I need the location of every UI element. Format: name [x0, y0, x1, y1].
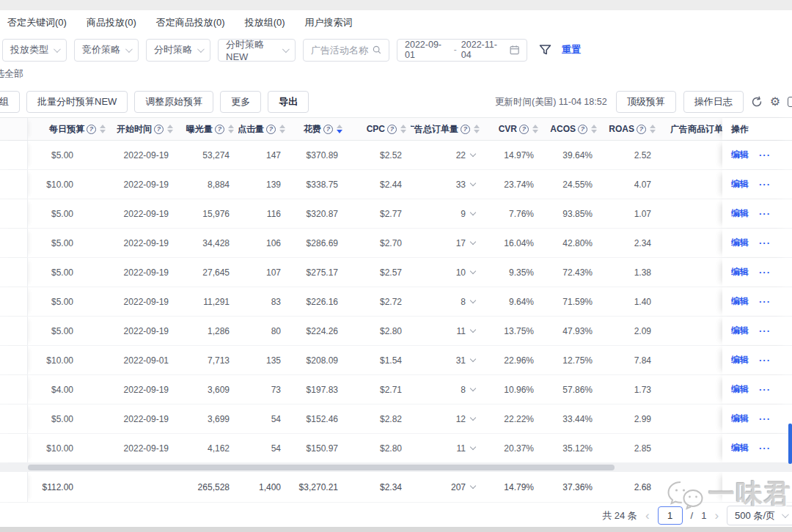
sort-control[interactable] — [279, 125, 285, 133]
campaign-name-search[interactable] — [303, 39, 389, 62]
edit-link[interactable]: 编辑 — [731, 325, 749, 337]
cell-spend: $208.09 — [290, 346, 347, 374]
cell-roas: 2.52 — [601, 141, 660, 169]
orders-expand-icon[interactable] — [470, 268, 476, 274]
sort-control[interactable] — [650, 125, 656, 133]
orders-expand-icon[interactable] — [470, 483, 476, 489]
edit-link[interactable]: 编辑 — [731, 149, 749, 161]
dayparting-strategy-select[interactable]: 分时策略 — [146, 39, 210, 62]
date-start[interactable]: 2022-09-01 — [405, 40, 450, 60]
orders-expand-icon[interactable] — [470, 298, 476, 303]
orders-expand-icon[interactable] — [470, 415, 476, 421]
help-icon[interactable]: ? — [637, 125, 646, 134]
update-time-label: 更新时间(美国) 11-04 18:52 — [495, 96, 607, 108]
edit-link[interactable]: 编辑 — [731, 354, 749, 366]
targeting-type-select[interactable]: 投放类型 — [2, 39, 67, 62]
more-actions-icon[interactable]: ··· — [759, 267, 771, 278]
orders-expand-icon[interactable] — [470, 356, 476, 362]
operation-log-button[interactable]: 操作日志 — [683, 91, 744, 113]
page-size-select[interactable]: 500 条/页 — [727, 506, 792, 525]
sort-control[interactable] — [400, 125, 406, 133]
row-left-stub — [0, 404, 28, 433]
tab-targeting-group[interactable]: 投放组(0) — [245, 16, 285, 29]
more-button[interactable]: 更多 — [220, 91, 261, 113]
more-actions-icon[interactable]: ··· — [759, 237, 771, 248]
cell-spend: $150.97 — [290, 434, 347, 462]
help-icon[interactable]: ? — [387, 125, 397, 134]
table-row: $10.002022-09-017,713135$208.09$1.543122… — [0, 346, 792, 375]
more-actions-icon[interactable]: ··· — [759, 413, 771, 424]
orders-expand-icon[interactable] — [470, 210, 476, 215]
sort-control-active-desc[interactable] — [337, 125, 342, 133]
edit-link[interactable]: 编辑 — [731, 207, 749, 220]
gear-icon[interactable]: ⚙ — [770, 96, 780, 108]
edit-link[interactable]: 编辑 — [731, 178, 749, 191]
more-actions-icon[interactable]: ··· — [759, 325, 771, 336]
cell-clicks: 147 — [238, 141, 290, 169]
sort-control[interactable] — [591, 125, 597, 133]
edit-link[interactable]: 编辑 — [731, 295, 749, 308]
tab-product-targeting[interactable]: 商品投放(0) — [87, 16, 136, 29]
help-icon[interactable]: ? — [87, 125, 96, 134]
help-icon[interactable]: ? — [578, 125, 587, 134]
page-number-input[interactable] — [658, 506, 683, 525]
fullscreen-icon[interactable] — [788, 97, 792, 107]
date-range-picker[interactable]: 2022-09-01 - 2022-11-04 — [397, 39, 527, 62]
tab-negative-keywords[interactable]: 否定关键词(0) — [7, 16, 67, 29]
date-end[interactable]: 2022-11-04 — [461, 40, 505, 60]
summary-roas: 2.68 — [601, 472, 660, 502]
adjust-original-budget-button[interactable]: 调整原始预算 — [134, 91, 213, 113]
horizontal-scrollbar-thumb[interactable] — [28, 465, 615, 470]
dayparting-strategy-new-select[interactable]: 分时策略NEW — [218, 39, 296, 62]
help-icon[interactable]: ? — [461, 125, 470, 134]
sort-control[interactable] — [100, 125, 106, 133]
more-actions-icon[interactable]: ··· — [759, 208, 771, 219]
reset-filters-button[interactable]: 重置 — [562, 43, 581, 56]
sort-control[interactable] — [228, 125, 234, 133]
edit-link[interactable]: 编辑 — [731, 237, 749, 249]
bidding-strategy-select[interactable]: 竞价策略 — [74, 39, 139, 62]
orders-expand-icon[interactable] — [470, 385, 476, 391]
total-count-label: 共 24 条 — [602, 509, 637, 522]
help-icon[interactable]: ? — [215, 125, 224, 134]
tab-negative-product-targeting[interactable]: 否定商品投放(0) — [156, 16, 225, 29]
cell-roas: 1.40 — [601, 287, 660, 316]
edit-link[interactable]: 编辑 — [731, 266, 749, 278]
top-budget-button[interactable]: 顶级预算 — [616, 91, 676, 113]
orders-expand-icon[interactable] — [470, 151, 476, 157]
more-actions-icon[interactable]: ··· — [759, 355, 771, 366]
advanced-filter-button[interactable] — [539, 44, 551, 56]
sort-control[interactable] — [474, 125, 480, 133]
refresh-icon[interactable] — [751, 96, 763, 108]
campaign-name-input[interactable] — [311, 45, 373, 56]
next-page-icon[interactable]: › — [714, 509, 719, 522]
help-icon[interactable]: ? — [519, 125, 529, 134]
more-actions-icon[interactable]: ··· — [759, 179, 771, 190]
orders-expand-icon[interactable] — [470, 180, 476, 186]
help-icon[interactable]: ? — [266, 125, 276, 134]
batch-dayparting-budget-button[interactable]: 批量分时预算NEW — [26, 91, 128, 113]
cell-acos: 57.86% — [543, 375, 601, 404]
help-icon[interactable]: ? — [154, 125, 164, 134]
more-actions-icon[interactable]: ··· — [759, 384, 771, 395]
select-all-label[interactable]: 选全部 — [0, 67, 34, 81]
orders-expand-icon[interactable] — [470, 327, 476, 333]
more-actions-icon[interactable]: ··· — [759, 296, 771, 307]
orders-expand-icon[interactable] — [470, 444, 476, 450]
more-actions-icon[interactable]: ··· — [759, 149, 771, 160]
prev-page-icon[interactable]: ‹ — [645, 509, 650, 522]
export-button[interactable]: 导出 — [268, 91, 309, 113]
more-actions-icon[interactable]: ··· — [759, 443, 771, 454]
edit-link[interactable]: 编辑 — [731, 383, 749, 396]
tab-user-search-terms[interactable]: 用户搜索词 — [305, 16, 353, 29]
table-row: $5.002022-09-1911,29183$226.16$2.7289.64… — [0, 287, 792, 317]
edit-link[interactable]: 编辑 — [731, 442, 749, 454]
edit-link[interactable]: 编辑 — [731, 413, 749, 425]
sort-control[interactable] — [167, 125, 173, 133]
help-icon[interactable]: ? — [323, 125, 333, 134]
group-button[interactable]: 组 — [0, 91, 20, 113]
vertical-scrollbar-thumb[interactable] — [788, 424, 792, 464]
orders-expand-icon[interactable] — [470, 239, 476, 245]
cell-cvr: 7.76% — [484, 199, 543, 228]
sort-control[interactable] — [532, 125, 538, 133]
